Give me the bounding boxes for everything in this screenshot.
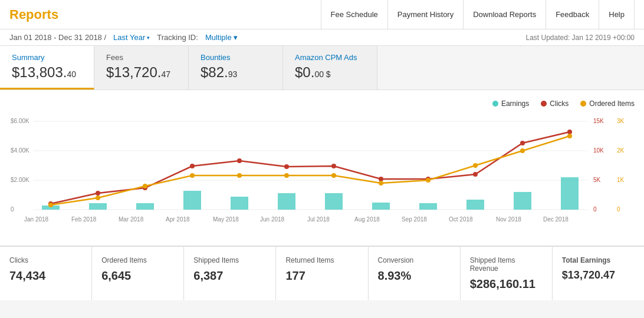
- stat-shipped-value: 6,387: [193, 269, 266, 283]
- last-year-link[interactable]: Last Year ▾: [113, 33, 150, 42]
- tab-summary-label: Summary: [12, 53, 82, 62]
- svg-text:$6.00K: $6.00K: [11, 118, 29, 124]
- svg-point-59: [379, 181, 383, 186]
- tracking-id-link[interactable]: Multiple ▾: [205, 33, 238, 42]
- ordered-label: Ordered Items: [589, 100, 635, 108]
- svg-rect-35: [372, 203, 390, 210]
- stat-clicks-value: 74,434: [9, 269, 82, 283]
- stat-conversion-label: Conversion: [378, 256, 451, 264]
- stat-ordered-value: 6,645: [101, 269, 174, 283]
- svg-point-53: [96, 196, 100, 200]
- svg-rect-34: [325, 193, 343, 210]
- svg-rect-33: [278, 193, 295, 210]
- nav-feedback[interactable]: Feedback: [546, 0, 599, 29]
- svg-text:Oct 2018: Oct 2018: [449, 216, 473, 223]
- sub-header: Jan 01 2018 - Dec 31 2018 / Last Year ▾ …: [0, 29, 644, 46]
- tab-bounties-value: $82.93: [201, 64, 271, 81]
- nav-payment-history[interactable]: Payment History: [387, 0, 463, 29]
- tab-fees-value: $13,720.47: [106, 64, 176, 81]
- svg-text:May 2018: May 2018: [213, 216, 239, 223]
- nav-fee-schedule[interactable]: Fee Schedule: [321, 0, 387, 29]
- clicks-label: Clicks: [550, 100, 569, 108]
- svg-text:5K: 5K: [593, 177, 601, 183]
- stat-revenue-value: $286,160.11: [470, 277, 543, 291]
- stat-revenue-label: Shipped Items Revenue: [470, 256, 543, 273]
- date-text: Jan 01 2018 - Dec 31 2018 /: [9, 33, 106, 42]
- tab-bounties[interactable]: Bounties $82.93: [189, 46, 283, 90]
- ordered-dot: [580, 101, 586, 107]
- svg-text:Nov 2018: Nov 2018: [496, 216, 521, 223]
- chart-container: $6.00K $4.00K $2.00K 0 15K 10K 5K 0 3K 2…: [9, 112, 635, 236]
- chevron-down-icon: ▾: [147, 35, 150, 41]
- svg-point-51: [567, 130, 572, 134]
- svg-rect-29: [89, 203, 107, 210]
- last-updated: Last Updated: Jan 12 2019 +00:00: [526, 34, 635, 42]
- svg-text:0: 0: [11, 206, 14, 213]
- svg-point-43: [190, 164, 195, 168]
- svg-rect-36: [419, 203, 437, 210]
- svg-rect-31: [183, 191, 201, 210]
- header: Reports Fee Schedule Payment History Dow…: [0, 0, 644, 29]
- svg-text:Feb 2018: Feb 2018: [71, 216, 97, 223]
- svg-point-56: [237, 173, 242, 178]
- svg-text:Apr 2018: Apr 2018: [166, 216, 190, 223]
- svg-point-44: [237, 158, 242, 163]
- chart-legend: Earnings Clicks Ordered Items: [9, 100, 635, 108]
- svg-text:Jul 2018: Jul 2018: [307, 216, 330, 223]
- svg-point-50: [520, 141, 525, 145]
- svg-text:Sep 2018: Sep 2018: [402, 216, 427, 223]
- tab-cpm-value: $0.00 $: [295, 64, 365, 81]
- stat-ordered-label: Ordered Items: [101, 256, 174, 264]
- legend-earnings: Earnings: [492, 100, 529, 108]
- svg-point-45: [284, 164, 289, 169]
- svg-text:0: 0: [617, 206, 620, 213]
- clicks-dot: [541, 101, 547, 107]
- stat-total-label: Total Earnings: [562, 256, 635, 264]
- svg-rect-30: [136, 203, 154, 210]
- nav-help[interactable]: Help: [599, 0, 635, 29]
- summary-tabs: Summary $13,803.40 Fees $13,720.47 Bount…: [0, 46, 644, 90]
- svg-point-58: [331, 173, 336, 178]
- stat-returned-value: 177: [285, 269, 358, 283]
- svg-text:3K: 3K: [617, 118, 625, 124]
- svg-point-52: [48, 203, 53, 207]
- tab-fees[interactable]: Fees $13,720.47: [94, 46, 189, 90]
- stat-total-value: $13,720.47: [562, 269, 635, 281]
- tab-summary-value: $13,803.40: [12, 64, 82, 81]
- svg-text:Jun 2018: Jun 2018: [260, 216, 285, 223]
- stat-shipped: Shipped Items 6,387: [184, 247, 276, 300]
- tab-summary[interactable]: Summary $13,803.40: [0, 46, 94, 90]
- earnings-label: Earnings: [501, 100, 529, 108]
- svg-rect-38: [514, 192, 531, 210]
- earnings-dot: [492, 101, 498, 107]
- svg-rect-37: [466, 200, 484, 210]
- nav-download-reports[interactable]: Download Reports: [463, 0, 546, 29]
- svg-text:Jan 2018: Jan 2018: [24, 216, 49, 223]
- svg-point-55: [190, 173, 195, 178]
- stat-conversion-value: 8.93%: [378, 269, 451, 283]
- svg-point-62: [520, 148, 525, 153]
- stat-returned: Returned Items 177: [276, 247, 368, 300]
- svg-point-41: [96, 191, 100, 196]
- stats-row: Clicks 74,434 Ordered Items 6,645 Shippe…: [0, 246, 644, 300]
- tab-amazon-cpm[interactable]: Amazon CPM Ads $0.00 $: [283, 46, 377, 90]
- stat-total: Total Earnings $13,720.47: [553, 247, 644, 300]
- tracking-label: Tracking ID:: [157, 33, 198, 42]
- svg-text:2K: 2K: [617, 147, 625, 154]
- stat-revenue: Shipped Items Revenue $286,160.11: [461, 247, 553, 300]
- tab-cpm-label: Amazon CPM Ads: [295, 53, 365, 62]
- svg-text:$2.00K: $2.00K: [11, 177, 29, 183]
- date-range: Jan 01 2018 - Dec 31 2018 / Last Year ▾ …: [9, 33, 238, 42]
- svg-point-54: [143, 184, 147, 188]
- svg-text:Aug 2018: Aug 2018: [354, 216, 380, 223]
- chart-area: Earnings Clicks Ordered Items $6.00K $4.…: [0, 90, 644, 246]
- svg-point-57: [284, 173, 289, 178]
- stat-shipped-label: Shipped Items: [193, 256, 266, 264]
- svg-rect-32: [231, 197, 248, 210]
- svg-point-61: [473, 163, 478, 168]
- header-nav: Fee Schedule Payment History Download Re…: [321, 0, 635, 29]
- svg-point-49: [473, 172, 478, 177]
- tab-fees-label: Fees: [106, 53, 176, 62]
- stat-conversion: Conversion 8.93%: [369, 247, 461, 300]
- svg-text:15K: 15K: [593, 118, 604, 124]
